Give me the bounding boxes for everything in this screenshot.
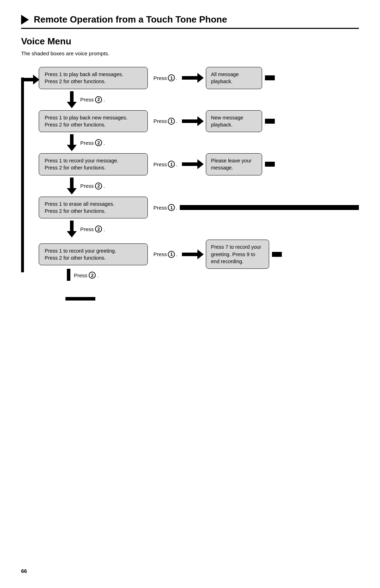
right-box-5: Press 7 to record your greeting. Press 9…: [206, 240, 269, 269]
h-arrow-head-1: [197, 73, 204, 83]
h-arrow-shaft-2: [182, 119, 197, 123]
down-arrow-3: [67, 178, 77, 194]
press-label-2: Press 1.: [153, 118, 178, 125]
left-box-5-line2: Press 2 for other functions.: [45, 255, 106, 261]
v-shaft-4: [70, 221, 74, 231]
h-arrow-head-5: [197, 249, 204, 259]
thick-bar-1: [265, 75, 275, 80]
bottom-h-bar: [65, 297, 95, 301]
right-cont-3: [265, 162, 275, 167]
left-box-1-line2: Press 2 for other functions.: [45, 79, 106, 84]
left-box-4-line1: Press 1 to erase all messages.: [45, 201, 114, 207]
h-arrow-head-3: [197, 159, 204, 169]
right-ext-bar-4: [180, 205, 359, 210]
down-arrow-4: [67, 221, 77, 237]
v-arrowhead-2: [67, 145, 77, 151]
press-number-1: 1: [168, 74, 175, 81]
press2-label-5: Press 2.: [74, 272, 99, 279]
press2-label-2: Press 2.: [80, 139, 105, 146]
h-arrow-shaft-3: [182, 162, 197, 166]
v-shaft-1: [70, 91, 74, 102]
right-cont-5: [272, 252, 282, 257]
press2-text-2: Press: [80, 140, 94, 146]
down-arrow-1: [67, 91, 77, 108]
v-arrowhead-4: [67, 231, 77, 237]
left-loop-line: [21, 78, 24, 272]
press2-text-5: Press: [74, 272, 87, 278]
flow-row-1: Press 1 to play back all messages. Press…: [39, 67, 359, 89]
press-text-5: Press: [153, 251, 167, 257]
press2-row-4: Press 2.: [67, 218, 359, 240]
flow-item-1: Press 1 to play back all messages. Press…: [39, 67, 359, 110]
entry-arrow: [21, 75, 39, 85]
flow-row-5: Press 1 to record your greeting. Press 2…: [39, 240, 359, 269]
down-arrow-2: [67, 134, 77, 151]
flow-row-2: Press 1 to play back new messages. Press…: [39, 110, 359, 132]
h-arrow-5: [182, 249, 204, 259]
press-label-3: Press 1.: [153, 161, 178, 168]
press2-row-1: Press 2.: [67, 89, 359, 110]
thick-bar-ext-4: [180, 205, 359, 210]
h-arrow-head-2: [197, 116, 204, 126]
h-arrow-1: [182, 73, 204, 83]
flow-row-3: Press 1 to record your message. Press 2 …: [39, 153, 359, 175]
v-shaft-2: [70, 134, 74, 145]
flow-item-5: Press 1 to record your greeting. Press 2…: [39, 240, 359, 301]
left-box-1: Press 1 to play back all messages. Press…: [39, 67, 148, 89]
press-text-1: Press: [153, 75, 167, 81]
left-box-1-line1: Press 1 to play back all messages.: [45, 72, 123, 77]
thick-bar-2: [265, 119, 275, 124]
v-arrowhead-3: [67, 188, 77, 194]
h-arrow-shaft-1: [182, 76, 197, 80]
press2-label-3: Press 2.: [80, 182, 105, 190]
press2-number-4: 2: [95, 225, 102, 233]
press-label-1: Press 1.: [153, 74, 178, 81]
press2-number-5: 2: [89, 272, 96, 279]
left-box-5: Press 1 to record your greeting. Press 2…: [39, 243, 148, 266]
right-box-3-text: Please leave your message.: [211, 158, 252, 171]
thick-bar-3: [265, 162, 275, 167]
left-box-4: Press 1 to erase all messages. Press 2 f…: [39, 197, 148, 219]
left-box-3-line1: Press 1 to record your message.: [45, 158, 119, 163]
entry-shaft: [21, 78, 33, 81]
press2-text-1: Press: [80, 97, 94, 103]
left-box-4-line2: Press 2 for other functions.: [45, 208, 106, 214]
right-box-1-text: All message playback.: [211, 72, 239, 84]
right-cont-2: [265, 119, 275, 124]
bottom-loop-bar: [65, 297, 359, 301]
press2-row-2: Press 2.: [67, 132, 359, 153]
h-arrow-shaft-5: [182, 253, 197, 256]
right-box-1: All message playback.: [206, 67, 262, 89]
press2-label-1: Press 2.: [80, 96, 105, 103]
press2-text-4: Press: [80, 226, 94, 232]
press2-text-3: Press: [80, 183, 94, 189]
right-box-3: Please leave your message.: [206, 153, 262, 175]
press-number-5: 1: [168, 251, 175, 258]
h-arrow-3: [182, 159, 204, 169]
flow-item-3: Press 1 to record your message. Press 2 …: [39, 153, 359, 197]
press-text-3: Press: [153, 161, 167, 167]
left-box-2-line2: Press 2 for other functions.: [45, 122, 106, 128]
header-title: Remote Operation from a Touch Tone Phone: [34, 14, 227, 25]
page-number: 66: [21, 568, 27, 574]
flow-item-4: Press 1 to erase all messages. Press 2 f…: [39, 197, 359, 240]
left-box-3-line2: Press 2 for other functions.: [45, 165, 106, 171]
right-box-2: New message playback.: [206, 110, 262, 132]
down-arrow-5: [67, 269, 70, 281]
flow-row-4: Press 1 to erase all messages. Press 2 f…: [39, 197, 359, 219]
left-box-3: Press 1 to record your message. Press 2 …: [39, 153, 148, 175]
press-text-4: Press: [153, 205, 167, 211]
press2-label-4: Press 2.: [80, 225, 105, 233]
press2-row-5: Press 2.: [67, 269, 359, 297]
flow-item-2: Press 1 to play back new messages. Press…: [39, 110, 359, 154]
press-label-4: Press 1.: [153, 204, 178, 211]
press-number-2: 1: [168, 118, 175, 125]
press-text-2: Press: [153, 118, 167, 124]
press2-number-2: 2: [95, 139, 102, 146]
left-box-2: Press 1 to play back new messages. Press…: [39, 110, 148, 132]
left-box-2-line1: Press 1 to play back new messages.: [45, 115, 127, 120]
right-box-5-text: Press 7 to record your greeting. Press 9…: [211, 244, 261, 264]
right-box-2-text: New message playback.: [211, 115, 243, 128]
press2-row-3: Press 2.: [67, 175, 359, 197]
v-shaft-3: [70, 178, 74, 188]
